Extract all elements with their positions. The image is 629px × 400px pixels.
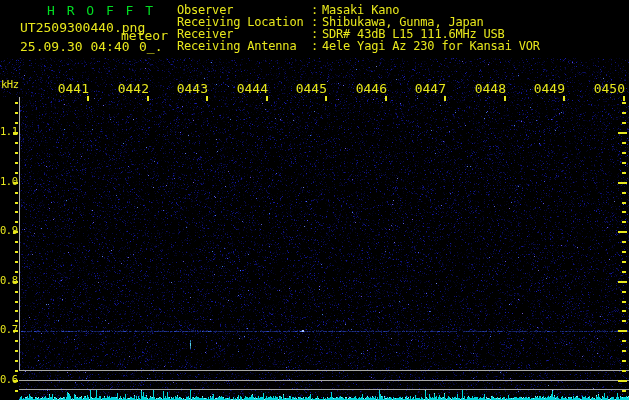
time-axis-label: 0446 <box>354 82 387 95</box>
time-axis-label: 0442 <box>116 82 149 95</box>
counter-glyphs: 0_. <box>139 40 162 53</box>
info-label: Receiving Antenna <box>177 40 296 52</box>
time-axis-label: 0448 <box>473 82 506 95</box>
time-axis-label: 0450 <box>592 82 625 95</box>
info-value: 4ele Yagi Az 230 for Kansai VOR <box>322 40 540 52</box>
freq-axis-label: 0.6 <box>0 374 17 385</box>
time-axis-label: 0445 <box>294 82 327 95</box>
freq-axis-label: 0.8 <box>0 275 17 286</box>
capture-datetime: 25.09.30 04:40 <box>20 40 130 53</box>
app-title: H R O F F T <box>47 4 155 17</box>
info-separator: : <box>311 40 318 52</box>
freq-axis-label: 1.0 <box>0 176 17 187</box>
time-axis-label: 0447 <box>413 82 446 95</box>
freq-axis-label: 0.7 <box>0 324 17 335</box>
time-axis-label: 0443 <box>175 82 208 95</box>
spectrogram-canvas <box>0 0 629 400</box>
time-axis-label: 0449 <box>532 82 565 95</box>
hrofft-window: H R O F F T UT2509300440.png meteor 25.0… <box>0 0 629 400</box>
freq-axis-label: 1.1 <box>0 126 17 137</box>
freq-axis-label: 0.9 <box>0 225 17 236</box>
time-axis-label: 0444 <box>235 82 268 95</box>
freq-axis-unit: kHz <box>1 79 18 90</box>
time-axis-label: 0441 <box>56 82 89 95</box>
